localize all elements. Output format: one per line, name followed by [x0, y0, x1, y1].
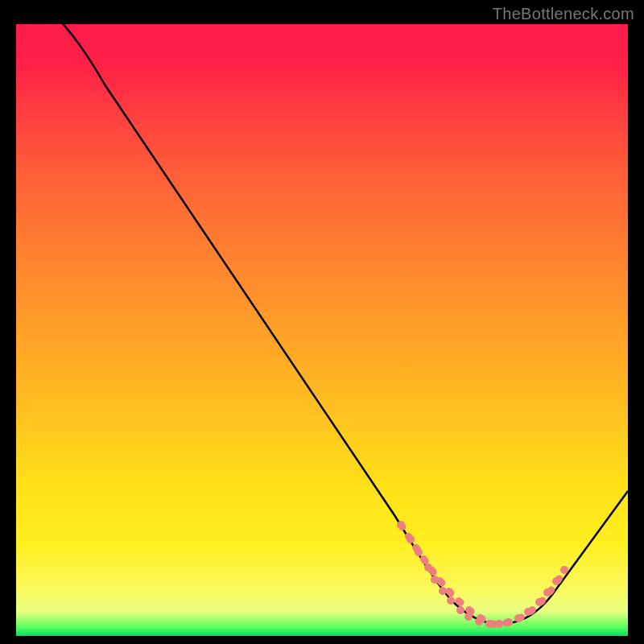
highlight-markers: [397, 521, 568, 628]
bottleneck-curve: [48, 8, 628, 624]
svg-point-7: [456, 606, 464, 614]
svg-point-6: [447, 597, 455, 605]
svg-point-18: [560, 566, 568, 574]
chart-overlay: [16, 24, 628, 636]
watermark-text: TheBottleneck.com: [493, 5, 634, 23]
